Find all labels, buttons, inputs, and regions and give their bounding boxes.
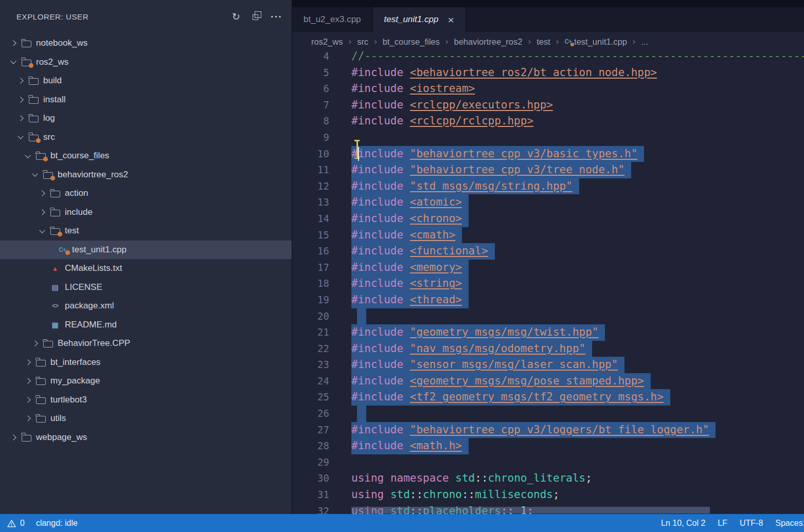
tree-item-webpage_ws[interactable]: webpage_ws [0, 428, 292, 447]
language-server-status[interactable]: clangd: idle [36, 519, 78, 528]
code-line-7[interactable]: 7#include <rclcpp/executors.hpp> [292, 97, 804, 114]
code-line-17[interactable]: 17#include <memory> [292, 260, 804, 276]
code-line-23[interactable]: 23#include "sensor_msgs/msg/laser_scan.h… [292, 357, 804, 373]
line-content: #include <functional> [329, 243, 495, 260]
tree-item-notebook_ws[interactable]: notebook_ws [0, 34, 292, 53]
code-line-21[interactable]: 21#include "geometry_msgs/msg/twist.hpp" [292, 324, 804, 341]
tree-item-action[interactable]: action [0, 184, 292, 203]
tree-item-my_package[interactable]: my_package [0, 372, 292, 391]
line-number: 19 [292, 292, 329, 308]
breadcrumb-item-src[interactable]: src [357, 37, 368, 47]
code-line-13[interactable]: 13#include <atomic> [292, 194, 804, 211]
tree-item-include[interactable]: include [0, 203, 292, 222]
code-line-27[interactable]: 27#include "behaviortree_cpp_v3/loggers/… [292, 422, 804, 438]
tree-item-log[interactable]: log [0, 109, 292, 128]
cursor-position[interactable]: Ln 10, Col 2 [661, 519, 705, 528]
warning-count[interactable]: 0 [20, 519, 25, 528]
chevron-slot [22, 155, 34, 157]
tree-item-install[interactable]: install [0, 90, 292, 109]
code-line-8[interactable]: 8#include <rclcpp/rclcpp.hpp> [292, 113, 804, 130]
code-line-26[interactable]: 26 [292, 406, 804, 422]
code-line-20[interactable]: 20 [292, 308, 804, 325]
breadcrumb-item-test_unit1.cpp[interactable]: C+test_unit1.cpp [564, 37, 627, 47]
code-line-18[interactable]: 18#include <string> [292, 276, 804, 292]
chevron-slot [14, 98, 27, 102]
tree-item-ros2_ws[interactable]: ros2_ws [0, 53, 292, 72]
more-actions-icon[interactable]: ··· [271, 11, 282, 22]
code-line-25[interactable]: 25#include <tf2_geometry_msgs/tf2_geomet… [292, 389, 804, 406]
code-line-12[interactable]: 12#include "std_msgs/msg/string.hpp" [292, 178, 804, 195]
code-line-15[interactable]: 15#include <cmath> [292, 227, 804, 244]
folder-icon [29, 116, 39, 122]
code-line-11[interactable]: 11#include "behaviortree_cpp_v3/tree_nod… [292, 162, 804, 178]
tree-item-test_unit1.cpp[interactable]: C+test_unit1.cpp [0, 241, 292, 260]
token-pl [403, 424, 410, 436]
horizontal-scrollbar[interactable] [351, 507, 710, 513]
line-text: #include "sensor_msgs/msg/laser_scan.hpp… [351, 357, 624, 373]
tree-item-README.md[interactable]: ▦README.md [0, 316, 292, 335]
code-line-16[interactable]: 16#include <functional> [292, 243, 804, 260]
tree-item-build[interactable]: build [0, 71, 292, 90]
line-text: #include <chrono> [351, 211, 469, 227]
token-inc: <iostream> [410, 82, 475, 95]
tree-item-turtlebot3[interactable]: turtlebot3 [0, 391, 292, 410]
explorer-sidebar: EXPLORER: USER ↻ ··· notebook_wsros2_wsb… [0, 0, 292, 514]
breadcrumb-item-ros2_ws[interactable]: ros2_ws [311, 37, 343, 47]
tree-item-LICENSE[interactable]: ▤LICENSE [0, 278, 292, 297]
code-line-19[interactable]: 19#include <thread> [292, 292, 804, 308]
breadcrumb-item-behaviortree_ros2[interactable]: behaviortree_ros2 [454, 37, 522, 47]
tree-item-src[interactable]: src [0, 128, 292, 147]
line-number: 24 [292, 373, 329, 390]
token-pl [403, 358, 410, 371]
code-line-5[interactable]: 5#include <behaviortree_ros2/bt_action_n… [292, 65, 804, 81]
breadcrumb-item-bt_course_files[interactable]: bt_course_files [383, 37, 440, 47]
chevron-down-icon [32, 171, 38, 177]
explorer-title: EXPLORER: USER [16, 12, 232, 21]
tree-item-package.xml[interactable]: <>package.xml [0, 297, 292, 316]
chevron-right-icon [17, 116, 23, 121]
code-line-14[interactable]: 14#include <chrono> [292, 211, 804, 227]
token-pp: #include [351, 115, 403, 127]
tree-item-utils[interactable]: utils [0, 409, 292, 428]
indentation[interactable]: Spaces: 4 [775, 519, 804, 528]
code-line-22[interactable]: 22#include "nav_msgs/msg/odometry.hpp" [292, 341, 804, 357]
line-content: #include "behaviortree_cpp_v3/basic_type… [329, 146, 644, 162]
cpp-file-icon: C+ [564, 38, 571, 45]
refresh-explorer-icon[interactable]: ↻ [232, 12, 240, 22]
tab-test_unit1.cpp[interactable]: test_unit1.cpp× [373, 7, 466, 32]
code-line-4[interactable]: 4//-------------------------------------… [292, 51, 804, 65]
code-line-29[interactable]: 29 [292, 454, 804, 471]
chevron-slot [22, 398, 34, 402]
tree-item-label: test [65, 226, 79, 236]
code-line-30[interactable]: 30using namespace std::chrono_literals; [292, 470, 804, 487]
code-line-28[interactable]: 28#include <math.h> [292, 438, 804, 454]
tree-item-bt_interfaces[interactable]: bt_interfaces [0, 353, 292, 372]
tab-label: test_unit1.cpp [384, 14, 439, 25]
code-line-10[interactable]: 10#include "behaviortree_cpp_v3/basic_ty… [292, 146, 804, 162]
warning-icon[interactable] [7, 519, 16, 528]
line-text: #include "behaviortree_cpp_v3/tree_node.… [351, 162, 631, 178]
collapse-folders-icon[interactable] [253, 12, 258, 22]
tree-item-label: test_unit1.cpp [72, 245, 127, 255]
tree-item-test[interactable]: test [0, 222, 292, 241]
close-tab-icon[interactable]: × [448, 14, 454, 25]
tree-item-label: log [43, 113, 55, 123]
folder-icon [29, 135, 39, 141]
code-editor[interactable]: 4//-------------------------------------… [292, 51, 804, 514]
breadcrumb-item-test[interactable]: test [537, 37, 550, 47]
encoding[interactable]: UTF-8 [740, 519, 763, 528]
tab-bt_u2_ex3.cpp[interactable]: bt_u2_ex3.cpp [292, 7, 373, 32]
tree-item-CMakeLists.txt[interactable]: ▲CMakeLists.txt [0, 259, 292, 278]
tree-item-BehaviorTree.CPP[interactable]: BehaviorTree.CPP [0, 334, 292, 353]
code-line-24[interactable]: 24#include <geometry_msgs/msg/pose_stamp… [292, 373, 804, 390]
line-text: #include <functional> [351, 243, 495, 260]
tree-item-bt_course_files[interactable]: bt_course_files [0, 146, 292, 166]
code-line-31[interactable]: 31using std::chrono::milliseconds; [292, 487, 804, 503]
eol-sequence[interactable]: LF [718, 519, 727, 528]
breadcrumb-item-...[interactable]: ... [641, 37, 649, 47]
token-pp: #include [351, 424, 403, 436]
tree-item-behaviortree_ros2[interactable]: behaviortree_ros2 [0, 166, 292, 185]
code-line-6[interactable]: 6#include <iostream> [292, 81, 804, 97]
token-inc: "behaviortree_cpp_v3/tree_node.h" [410, 163, 624, 176]
code-line-9[interactable]: 9 [292, 130, 804, 146]
